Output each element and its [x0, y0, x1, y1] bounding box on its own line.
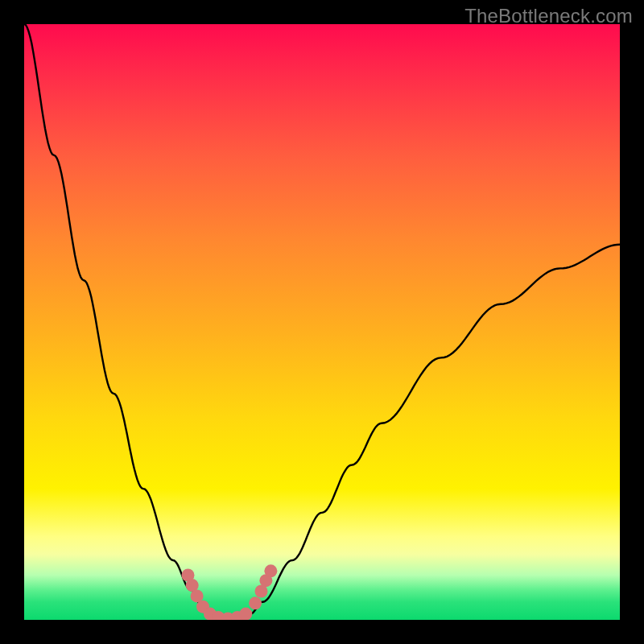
chart-svg	[24, 24, 620, 620]
data-dot	[264, 564, 277, 577]
data-dots	[182, 564, 278, 620]
data-dot	[239, 608, 252, 620]
chart-plot-area	[24, 24, 620, 620]
bottleneck-curve	[24, 24, 620, 620]
frame: TheBottleneck.com	[0, 0, 644, 644]
curve-path	[24, 24, 620, 620]
data-dot	[249, 597, 262, 609]
